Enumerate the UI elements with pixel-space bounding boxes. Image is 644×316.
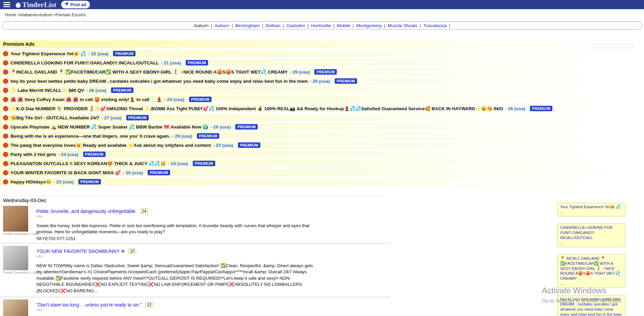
brand-logo[interactable]: TinderList <box>16 1 56 8</box>
listing-description: Sweet like honey, bold like espresso. Pe… <box>36 223 318 235</box>
premium-ad-title[interactable]: ✨K.O Daa NUMBER 🐮 PROVIDER 🧎‍♀️✨💕AMAZING… <box>11 106 503 111</box>
premium-ad-title[interactable]: Your Tightest Experience Yet😺 💦 <box>11 51 86 56</box>
up-arrow-icon: ↑ <box>3 60 8 65</box>
age-badge: 24 <box>140 209 148 214</box>
listing-thumbnail[interactable] <box>3 206 28 232</box>
up-arrow-icon: ↑ <box>3 115 8 120</box>
brand-name: TinderList <box>22 1 56 8</box>
premium-badge: PREMIUM <box>186 60 208 65</box>
premium-ad-row[interactable]: ↑ CINDERELLA LOOKING FOR FUN!!! OAKLAND!… <box>0 59 644 66</box>
premium-ad-row[interactable]: ↑ 🌺 🌺 Sexy CuRvy Asian 🌺 🌺 in call 🍑 vis… <box>0 96 644 103</box>
premium-badge: PREMIUM <box>126 115 149 120</box>
premium-ad-title[interactable]: 📍INCALL OAKLAND 📍 ✅FACETIME/CAR✅ WITH A … <box>11 69 288 75</box>
listing-content: Petite, brunette, and dangerously unforg… <box>36 206 318 241</box>
premium-badge: PREMIUM <box>189 97 211 102</box>
breadcrumb[interactable]: Home >Alabama>Auburn >Female Escorts <box>0 9 644 20</box>
sidebar-ad-ellipsis: ... <box>560 281 623 286</box>
separator: | <box>420 23 421 28</box>
posted-date: Posted: December 3, 2025 <box>3 232 30 236</box>
listing-country: USA <box>36 255 318 258</box>
sidebar-ad-title[interactable]: CINDERELLA LOOKING FOR FUN!!! OAKLAND!!!… <box>560 225 623 240</box>
horizontal-scrollbar[interactable] <box>588 44 634 48</box>
listing-phone: SKYE702-577-2251 <box>36 236 318 241</box>
city-link-dothan[interactable]: Dothan <box>266 23 281 28</box>
up-arrow-icon: ↑ <box>3 170 8 175</box>
premium-ad-title[interactable]: Party with 2 Hot girls <box>11 152 56 157</box>
listing-title-link[interactable]: Petite, brunette, and dangerously unforg… <box>36 209 137 214</box>
premium-ad-age: - 27 (usa) <box>101 115 121 120</box>
separator: | <box>307 23 309 28</box>
listing-thumbnail[interactable] <box>3 246 28 270</box>
city-link-birmingham[interactable]: Birmingham <box>235 23 260 28</box>
premium-ad-row[interactable]: ↑ Being with me is an experience—one tha… <box>0 132 644 140</box>
premium-ad-title[interactable]: 🌺 🌺 Sexy CuRvy Asian 🌺 🌺 in call 🍑 visit… <box>11 97 162 102</box>
premium-ad-age: - 21 (usa) <box>161 60 181 65</box>
listing-content: YOUR NEW FAVORITE SNOWBUNNY ❄ 20 USA NEW… <box>36 246 318 295</box>
listing-content: "Don't stare too long… unless you're rea… <box>36 299 318 316</box>
sidebar-ad[interactable]: hey its your best wettes petite baby DRE… <box>557 295 625 316</box>
premium-ad-title[interactable]: Upscale Playmate ⛺ NEW NUMBER 💦 Super So… <box>11 124 208 130</box>
premium-ad-row[interactable]: ↑ The pawg that everyone loves😼 Ready an… <box>0 141 644 149</box>
premium-ad-row[interactable]: ↑ ✨ Lake Merritt INCALL✨ $80 QV - 28 (us… <box>0 86 644 94</box>
listing-divider <box>0 296 390 298</box>
sidebar-ad[interactable]: CINDERELLA LOOKING FOR FUN!!! OAKLAND!!!… <box>557 223 625 247</box>
premium-ad-row[interactable]: ↑ Upscale Playmate ⛺ NEW NUMBER 💦 Super … <box>0 123 644 131</box>
premium-ad-title[interactable]: The pawg that everyone loves😼 Ready and … <box>11 142 211 148</box>
up-arrow-icon: ↑ <box>3 179 8 184</box>
post-ad-button[interactable]: Post ad <box>61 1 90 8</box>
premium-ads-section: Premium Ads ↑ Your Tightest Experience Y… <box>0 40 644 185</box>
premium-ad-row[interactable]: ↑ 😘Big Tits Girl - OUTCALL Available 24/… <box>0 114 644 121</box>
listing-figure: Posted: December 3, 2025 <box>3 246 30 295</box>
premium-badge: PREMIUM <box>113 51 135 56</box>
premium-ad-age: - 23 (usa) <box>213 143 233 148</box>
premium-badge: PREMIUM <box>314 69 337 75</box>
premium-ad-age: - 20 (usa) <box>310 79 330 84</box>
premium-ad-title[interactable]: Happy HOlidays😊 <box>11 179 51 184</box>
premium-ad-age: - 29 (usa) <box>290 70 310 75</box>
listing-card: Posted: December 3, 2025 "Don't stare to… <box>0 298 384 316</box>
premium-ad-title[interactable]: Being with me is an experience—one that … <box>11 134 170 139</box>
premium-ad-age: - 25 (usa) <box>123 170 143 175</box>
premium-badge: PREMIUM <box>530 106 552 111</box>
city-link-muscle-shoals[interactable]: Muscle Shoals <box>388 23 418 28</box>
premium-ad-title[interactable]: hey its your best wettes petite baby DRE… <box>11 79 308 84</box>
sidebar-ad-title[interactable]: Your Tightest Experience Yet😺 💦 <box>560 204 623 210</box>
premium-ad-row[interactable]: ↑ Happy HOlidays😊 - 23 (usa) PREMIUM <box>0 178 644 185</box>
separator: | <box>384 23 385 28</box>
premium-ad-title[interactable]: CINDERELLA LOOKING FOR FUN!!! OAKLAND!!!… <box>11 60 159 65</box>
city-link-mobile[interactable]: Mobile <box>337 23 350 28</box>
premium-ad-row[interactable]: ↑ ✨K.O Daa NUMBER 🐮 PROVIDER 🧎‍♀️✨💕AMAZI… <box>0 105 644 112</box>
city-link-gadsden[interactable]: Gadsden <box>287 23 305 28</box>
premium-ad-age: - 28 (usa) <box>86 88 106 93</box>
premium-ad-row[interactable]: ↑ hey its your best wettes petite baby D… <box>0 77 644 85</box>
listing-title-link[interactable]: "Don't stare too long… unless you're rea… <box>36 302 142 308</box>
listing-figure: Posted: December 3, 2025 <box>3 299 30 316</box>
sidebar-ad[interactable]: 📍 INCALL OAKLAND 📍 ✅FACETIME/CAR✅ WITH A… <box>557 254 625 288</box>
up-arrow-icon: ↑ <box>3 152 8 157</box>
premium-ad-title[interactable]: ✨ Lake Merritt INCALL✨ $80 QV <box>11 87 84 93</box>
sidebar-ad-title[interactable]: hey its your best wettes petite baby DRE… <box>560 297 623 316</box>
premium-ad-title[interactable]: PLEASANTON OUTCALLS !! SEXY KOREAN😍 THIC… <box>11 161 166 166</box>
premium-ad-title[interactable]: YOUR WINTER FAVORITE IS BACK DONT MISS 💕 <box>11 170 121 175</box>
city-link-tuscaloosa[interactable]: Tuscaloosa <box>423 23 447 28</box>
listing-card: Posted: December 3, 2025 Petite, brunett… <box>0 205 384 242</box>
listing-thumbnail[interactable] <box>3 299 28 316</box>
listing-title-link[interactable]: YOUR NEW FAVORITE SNOWBUNNY ❄ <box>36 249 125 254</box>
premium-ad-row[interactable]: ↑ 📍INCALL OAKLAND 📍 ✅FACETIME/CAR✅ WITH … <box>0 68 644 76</box>
city-link-montgomery[interactable]: Montgomery <box>356 23 382 28</box>
premium-ad-row[interactable]: ↑ Your Tightest Experience Yet😺 💦 - 22 (… <box>0 50 644 57</box>
city-link-auburn[interactable]: Auburn <box>215 23 229 28</box>
paper-plane-icon <box>64 2 69 7</box>
premium-ad-row[interactable]: ↑ Party with 2 Hot girls - 24 (usa) PREM… <box>0 151 644 158</box>
hamburger-menu-icon[interactable] <box>3 0 11 9</box>
premium-ad-row[interactable]: ↑ YOUR WINTER FAVORITE IS BACK DONT MISS… <box>0 169 644 176</box>
premium-ad-title[interactable]: 😘Big Tits Girl - OUTCALL Available 24/7 <box>11 115 99 120</box>
sidebar-ad-ellipsis: ... <box>560 210 623 215</box>
city-link-huntsville[interactable]: Huntsville <box>311 23 331 28</box>
premium-ad-row[interactable]: ↑ PLEASANTON OUTCALLS !! SEXY KOREAN😍 TH… <box>0 160 644 167</box>
sidebar-ad-title[interactable]: 📍 INCALL OAKLAND 📍 ✅FACETIME/CAR✅ WITH A… <box>560 256 623 281</box>
sidebar-ad[interactable]: Your Tightest Experience Yet😺 💦 ... <box>557 203 625 216</box>
premium-badge: PREMIUM <box>83 152 106 157</box>
premium-badge: PREMIUM <box>148 170 170 175</box>
city-current: Auburn <box>194 23 209 28</box>
